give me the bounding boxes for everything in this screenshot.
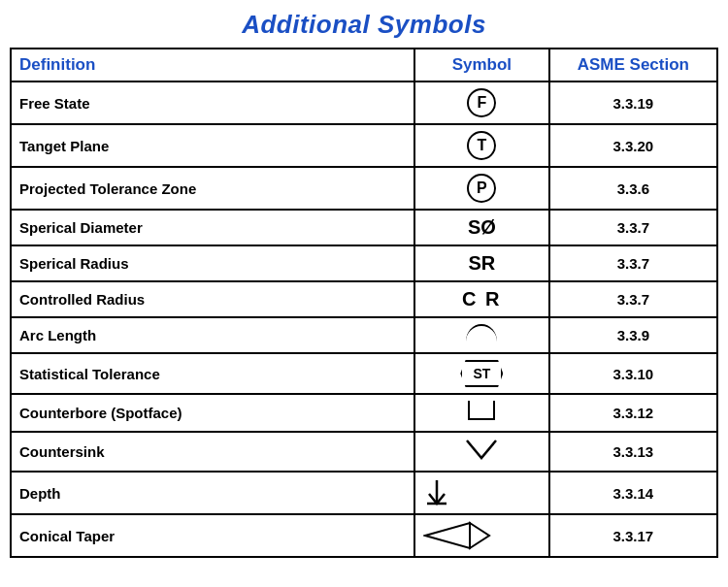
symbol-conical-taper [423, 521, 541, 550]
cell-asme: 3.3.7 [549, 210, 717, 245]
cell-symbol: ST [414, 353, 549, 394]
symbol-projected-tolerance: P [467, 174, 496, 203]
cell-asme: 3.3.13 [549, 432, 717, 472]
symbol-statistical-tolerance: ST [460, 360, 503, 387]
cell-symbol: SØ [414, 210, 549, 245]
svg-marker-3 [470, 523, 489, 548]
table-row: Countersink 3.3.13 [11, 432, 717, 472]
cell-symbol [414, 317, 549, 353]
cell-asme: 3.3.7 [549, 281, 717, 317]
symbol-controlled-radius: C R [462, 288, 501, 310]
cell-definition: Controlled Radius [11, 281, 414, 317]
table-row: Projected Tolerance Zone P 3.3.6 [11, 167, 717, 210]
cell-symbol: SR [414, 245, 549, 281]
cell-symbol: C R [414, 281, 549, 317]
cell-definition: Sperical Radius [11, 245, 414, 281]
cell-definition: Projected Tolerance Zone [11, 167, 414, 210]
cell-symbol [414, 394, 549, 432]
cell-asme: 3.3.14 [549, 472, 717, 514]
cell-asme: 3.3.7 [549, 245, 717, 281]
symbol-spherical-radius: SR [468, 252, 495, 274]
cell-asme: 3.3.10 [549, 353, 717, 394]
symbol-tangent-plane: T [467, 131, 496, 160]
symbols-table: Definition Symbol ASME Section Free Stat… [10, 48, 718, 558]
symbol-countersink [465, 439, 498, 460]
cell-asme: 3.3.6 [549, 167, 717, 210]
cell-definition: Statistical Tolerance [11, 353, 414, 394]
symbol-arc-length [466, 324, 497, 342]
cell-symbol: P [414, 167, 549, 210]
cell-asme: 3.3.20 [549, 124, 717, 167]
cell-symbol [414, 432, 549, 472]
table-row: Conical Taper 3.3.17 [11, 514, 717, 557]
cell-definition: Arc Length [11, 317, 414, 353]
cell-definition: Counterbore (Spotface) [11, 394, 414, 432]
cell-definition: Tanget Plane [11, 124, 414, 167]
cell-symbol: F [414, 82, 549, 124]
table-row: Free State F 3.3.19 [11, 82, 717, 124]
cell-symbol [414, 472, 549, 514]
table-row: Sperical Diameter SØ 3.3.7 [11, 210, 717, 245]
header-symbol: Symbol [414, 49, 549, 82]
cell-asme: 3.3.17 [549, 514, 717, 557]
page-title: Additional Symbols [242, 10, 486, 40]
cell-definition: Conical Taper [11, 514, 414, 557]
table-row: Statistical Tolerance ST 3.3.10 [11, 353, 717, 394]
symbol-spherical-diameter: SØ [468, 216, 496, 238]
cell-definition: Countersink [11, 432, 414, 472]
header-asme: ASME Section [549, 49, 717, 82]
cell-asme: 3.3.19 [549, 82, 717, 124]
cell-definition: Free State [11, 82, 414, 124]
cell-asme: 3.3.9 [549, 317, 717, 353]
table-row: Controlled Radius C R 3.3.7 [11, 281, 717, 317]
table-row: Depth 3.3.14 [11, 472, 717, 514]
cell-definition: Sperical Diameter [11, 210, 414, 245]
table-row: Counterbore (Spotface) 3.3.12 [11, 394, 717, 432]
header-definition: Definition [11, 49, 414, 82]
symbol-depth [423, 478, 541, 507]
cell-asme: 3.3.12 [549, 394, 717, 432]
cell-symbol [414, 514, 549, 557]
svg-marker-2 [425, 523, 470, 548]
cell-definition: Depth [11, 472, 414, 514]
cell-symbol: T [414, 124, 549, 167]
table-row: Tanget Plane T 3.3.20 [11, 124, 717, 167]
symbol-free-state: F [467, 88, 496, 117]
symbol-counterbore [468, 401, 495, 420]
table-row: Sperical Radius SR 3.3.7 [11, 245, 717, 281]
table-row: Arc Length 3.3.9 [11, 317, 717, 353]
